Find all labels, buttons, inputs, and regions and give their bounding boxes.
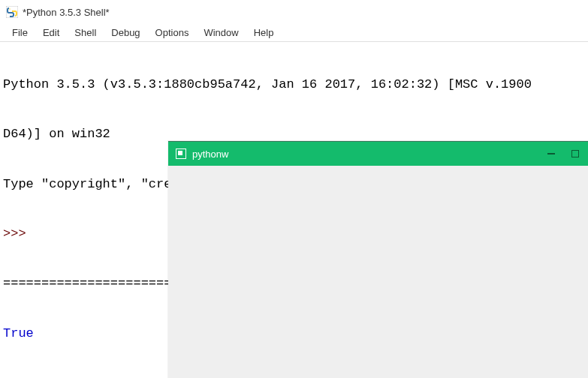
- menu-options[interactable]: Options: [148, 25, 197, 40]
- python-idle-icon: [6, 6, 18, 18]
- window-title: *Python 3.5.3 Shell*: [23, 7, 110, 18]
- maximize-button[interactable]: [570, 148, 580, 159]
- secondary-titlebar[interactable]: pythonw: [168, 142, 588, 166]
- menubar: File Edit Shell Debug Options Window Hel…: [0, 24, 588, 42]
- menu-window[interactable]: Window: [196, 25, 246, 40]
- menu-file[interactable]: File: [5, 25, 35, 40]
- menu-shell[interactable]: Shell: [67, 25, 104, 40]
- secondary-window-title: pythonw: [192, 148, 546, 160]
- menu-help[interactable]: Help: [246, 25, 282, 40]
- menu-edit[interactable]: Edit: [35, 25, 67, 40]
- pythonw-app-icon: [176, 148, 186, 159]
- secondary-window-body[interactable]: [168, 166, 588, 378]
- menu-debug[interactable]: Debug: [104, 25, 147, 40]
- console-version-line: Python 3.5.3 (v3.5.3:1880cb95a742, Jan 1…: [3, 76, 585, 93]
- svg-point-1: [9, 8, 11, 10]
- secondary-window[interactable]: pythonw: [168, 141, 588, 378]
- minimize-button[interactable]: [546, 148, 556, 159]
- window-controls: [546, 148, 580, 159]
- titlebar: *Python 3.5.3 Shell*: [0, 0, 588, 24]
